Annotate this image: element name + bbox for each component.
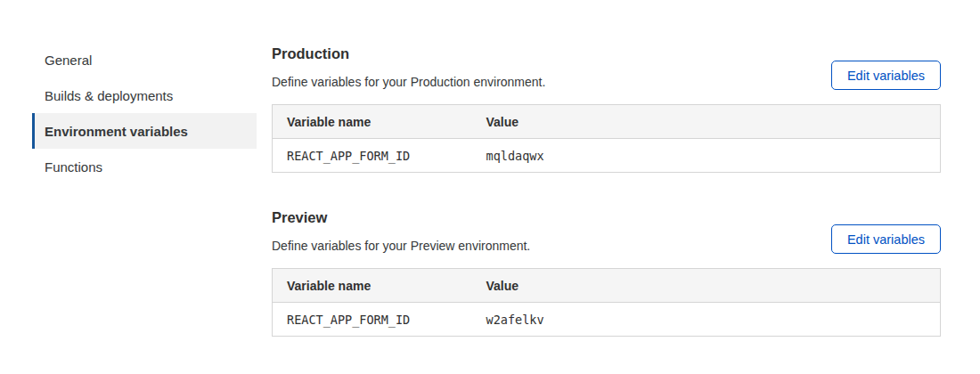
- production-section-header: Production Define variables for your Pro…: [272, 45, 941, 90]
- edit-variables-button-production[interactable]: Edit variables: [831, 61, 941, 90]
- production-section-description: Define variables for your Production env…: [272, 74, 545, 90]
- settings-content: Production Define variables for your Pro…: [272, 42, 941, 337]
- variable-value-cell: w2afelkv: [472, 303, 941, 337]
- production-variables-table: Variable name Value REACT_APP_FORM_ID mq…: [272, 104, 941, 173]
- column-header-value: Value: [472, 105, 941, 139]
- settings-sidebar: General Builds & deployments Environment…: [32, 42, 257, 184]
- preview-variables-table: Variable name Value REACT_APP_FORM_ID w2…: [272, 268, 941, 337]
- edit-variables-button-preview[interactable]: Edit variables: [831, 224, 941, 254]
- production-section: Production Define variables for your Pro…: [272, 45, 941, 173]
- production-section-text: Production Define variables for your Pro…: [272, 45, 545, 90]
- table-header-row: Variable name Value: [273, 105, 941, 139]
- sidebar-item-environment-variables[interactable]: Environment variables: [32, 113, 257, 149]
- variable-name-cell: REACT_APP_FORM_ID: [273, 139, 472, 173]
- preview-section: Preview Define variables for your Previe…: [272, 208, 941, 337]
- variable-name-cell: REACT_APP_FORM_ID: [273, 303, 472, 337]
- environment-variables-page: General Builds & deployments Environment…: [0, 0, 980, 337]
- table-row: REACT_APP_FORM_ID mqldaqwx: [273, 139, 941, 173]
- preview-section-header: Preview Define variables for your Previe…: [272, 208, 941, 254]
- column-header-value: Value: [472, 269, 941, 303]
- preview-section-title: Preview: [272, 208, 530, 226]
- production-section-title: Production: [272, 45, 545, 62]
- variable-value-cell: mqldaqwx: [472, 139, 941, 173]
- sidebar-item-builds-deployments[interactable]: Builds & deployments: [32, 77, 257, 113]
- sidebar-item-general[interactable]: General: [32, 42, 257, 77]
- preview-section-text: Preview Define variables for your Previe…: [272, 208, 530, 254]
- column-header-variable-name: Variable name: [273, 269, 472, 303]
- table-row: REACT_APP_FORM_ID w2afelkv: [273, 303, 941, 337]
- table-header-row: Variable name Value: [273, 269, 941, 303]
- sidebar-item-functions[interactable]: Functions: [32, 149, 257, 184]
- column-header-variable-name: Variable name: [273, 105, 472, 139]
- preview-section-description: Define variables for your Preview enviro…: [272, 238, 530, 254]
